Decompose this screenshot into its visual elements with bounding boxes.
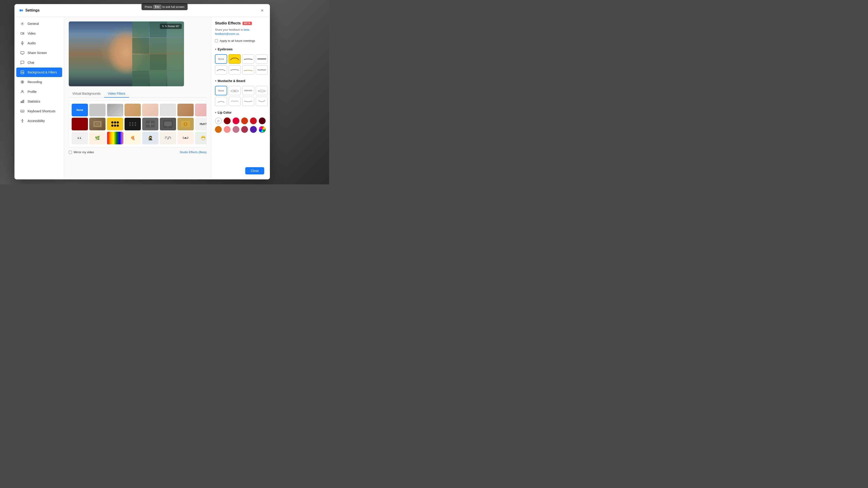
tab-video-filters[interactable]: Video Filters	[104, 90, 129, 98]
lip-color-rose[interactable]	[241, 126, 248, 133]
bottom-bar: Mirror my video Studio Effects (Beta)	[69, 151, 207, 154]
eyebrows-title: Eyebrows	[218, 47, 232, 51]
filter-item-13[interactable]	[160, 118, 176, 130]
sidebar-item-recording-label: Recording	[28, 80, 42, 84]
rotate-label: ↻ Rotate 90°	[165, 25, 180, 28]
filter-item-3[interactable]	[125, 104, 141, 116]
foam-cell	[132, 38, 149, 54]
foam-cell	[150, 70, 166, 86]
lip-color-none[interactable]: ⊘	[215, 118, 222, 124]
sidebar-item-general[interactable]: General	[16, 19, 62, 29]
filter-item-5[interactable]	[160, 104, 176, 116]
filter-item-15[interactable]: Huh?	[195, 118, 207, 130]
sidebar-item-accessibility[interactable]: Accessibility	[16, 116, 62, 126]
chat-icon	[20, 60, 25, 65]
filter-item-23[interactable]: 😷	[195, 132, 207, 144]
filter-item-8[interactable]	[72, 118, 88, 130]
sidebar-item-chat-label: Chat	[28, 61, 34, 64]
lip-color-mauve[interactable]	[232, 126, 239, 133]
sidebar-item-audio[interactable]: Audio	[16, 38, 62, 48]
mustache-7[interactable]	[256, 97, 268, 106]
eyebrow-7[interactable]	[242, 65, 254, 74]
eyebrow-arch[interactable]: Arch	[228, 54, 241, 64]
svg-point-27	[135, 122, 136, 124]
sidebar-item-background[interactable]: Background & Filters	[16, 68, 62, 77]
mustache-4[interactable]	[215, 97, 227, 106]
apply-all-row: Apply to all future meetings	[215, 39, 266, 42]
filter-item-19[interactable]: 🍕	[125, 132, 141, 144]
mustache-1[interactable]	[228, 86, 241, 95]
apply-all-checkbox[interactable]	[215, 39, 218, 42]
sidebar-item-chat[interactable]: Chat	[16, 58, 62, 67]
lip-color-light-coral[interactable]	[224, 126, 230, 133]
sidebar-item-profile[interactable]: Profile	[16, 87, 62, 96]
mirror-video-checkbox[interactable]	[69, 151, 72, 154]
filter-item-9[interactable]: TV	[89, 118, 105, 130]
lip-color-bright-red[interactable]	[232, 118, 239, 124]
mustache-2[interactable]	[242, 86, 254, 95]
lip-color-section-header[interactable]: ▾ Lip Color	[215, 109, 266, 116]
filter-item-4[interactable]	[142, 104, 158, 116]
studio-effects-link[interactable]: Studio Effects (Beta)	[180, 151, 207, 154]
eyebrow-none[interactable]: None	[215, 54, 227, 64]
eyebrow-6[interactable]	[228, 65, 241, 74]
filter-item-11[interactable]	[125, 118, 141, 130]
filter-item-6[interactable]	[178, 104, 194, 116]
svg-point-7	[22, 82, 23, 83]
sidebar-item-recording[interactable]: Recording	[16, 77, 62, 87]
sidebar-item-share-screen[interactable]: Share Screen	[16, 48, 62, 58]
sidebar-item-statistics[interactable]: Statistics	[16, 97, 62, 106]
mustache-none[interactable]: None	[215, 86, 227, 95]
svg-rect-3	[22, 41, 23, 43]
filter-item-none[interactable]: None	[72, 104, 88, 116]
filter-item-10[interactable]	[107, 118, 123, 130]
eyebrow-3[interactable]	[242, 54, 254, 64]
lip-color-grid-1: ⊘	[215, 118, 266, 124]
filter-item-21[interactable]: ( ͡° ͜ʖ ͡°)	[160, 132, 176, 144]
rotate-button[interactable]: ↻ ↻ Rotate 90°	[160, 24, 182, 29]
mustache-6[interactable]	[242, 97, 254, 106]
accessibility-icon	[20, 119, 25, 123]
svg-point-23	[117, 125, 119, 127]
mustache-title: Mustache & Beard	[218, 79, 245, 83]
filter-item-20[interactable]: 🥷	[142, 132, 158, 144]
mustache-grid: None	[215, 86, 266, 106]
foam-cell	[150, 38, 166, 54]
mustache-5[interactable]	[228, 97, 241, 106]
filter-item-1[interactable]	[89, 104, 105, 116]
lip-color-dark-maroon[interactable]	[259, 118, 266, 124]
filter-item-7[interactable]	[195, 104, 207, 116]
filter-item-17[interactable]: 🌿	[89, 132, 105, 144]
mustache-3[interactable]	[256, 86, 268, 95]
studio-desc-text: Share your feedback to	[215, 28, 243, 31]
filter-item-14[interactable]: 1	[178, 118, 194, 130]
eyebrow-5[interactable]	[215, 65, 227, 74]
share-screen-icon	[20, 51, 25, 55]
filter-item-16[interactable]: 👀	[72, 132, 88, 144]
eyebrow-4[interactable]	[256, 54, 268, 64]
eyebrow-8[interactable]	[256, 65, 268, 74]
filter-item-2[interactable]	[107, 104, 123, 116]
lip-color-orange[interactable]	[215, 126, 222, 133]
close-button[interactable]: Close	[245, 167, 264, 174]
sidebar-item-keyboard[interactable]: Keyboard Shortcuts	[16, 106, 62, 116]
eyebrows-section-header[interactable]: ▾ Eyebrows	[215, 46, 266, 53]
mustache-section-header[interactable]: ▾ Mustache & Beard	[215, 78, 266, 84]
sidebar-item-profile-label: Profile	[28, 90, 37, 94]
close-modal-button[interactable]: ×	[259, 7, 266, 13]
lip-color-coral[interactable]	[241, 118, 248, 124]
sidebar: General Video	[14, 17, 64, 180]
filter-item-22[interactable]: ʕ•ᴥ•ʔ	[178, 132, 194, 144]
sidebar-item-video[interactable]: Video	[16, 29, 62, 38]
modal-body: General Video	[14, 17, 270, 180]
lip-color-rainbow[interactable]	[259, 126, 266, 133]
mirror-video-label[interactable]: Mirror my video	[69, 151, 94, 154]
filter-item-18[interactable]	[107, 132, 123, 144]
svg-point-25	[129, 122, 131, 124]
lip-color-red[interactable]	[250, 118, 257, 124]
tab-virtual-backgrounds[interactable]: Virtual Backgrounds	[69, 90, 104, 98]
lip-color-purple[interactable]	[250, 126, 257, 133]
svg-rect-9	[21, 101, 22, 103]
lip-color-dark-red[interactable]	[224, 118, 230, 124]
filter-item-12[interactable]	[142, 118, 158, 130]
